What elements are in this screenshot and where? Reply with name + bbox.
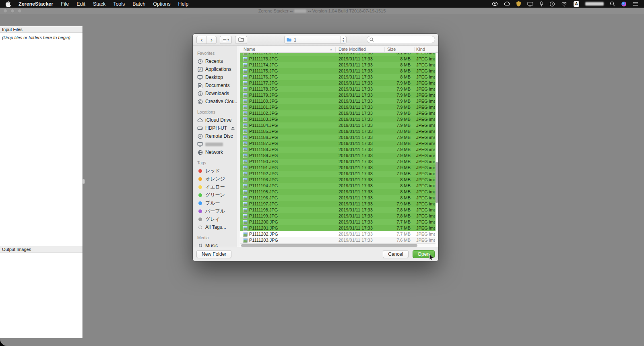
view-mode-button[interactable]: ☰ ▾ xyxy=(220,36,232,44)
menu-edit[interactable]: Edit xyxy=(76,1,85,7)
search-input[interactable] xyxy=(367,36,435,43)
zoom-button[interactable] xyxy=(18,9,22,13)
new-folder-button[interactable]: New Folder xyxy=(196,250,231,258)
file-row[interactable]: P1111201.JPG2019/01/11 17:337.7 MBJPEG i… xyxy=(240,225,436,231)
sidebar-item-[interactable]: グレイ xyxy=(193,215,240,223)
file-row[interactable]: P1111180.JPG2019/01/11 17:337.9 MBJPEG i… xyxy=(240,98,436,104)
menu-tools[interactable]: Tools xyxy=(113,1,125,7)
panel-splitter-handle[interactable] xyxy=(83,179,85,184)
sidebar-item-downloads[interactable]: Downloads xyxy=(193,89,240,97)
file-row[interactable]: P1111190.JPG2019/01/11 17:337.9 MBJPEG i… xyxy=(240,159,436,165)
file-row[interactable]: P1111173.JPG2019/01/11 17:338 MBJPEG ima… xyxy=(240,56,436,62)
file-row[interactable]: P1111200.JPG2019/01/11 17:337.7 MBJPEG i… xyxy=(240,219,436,225)
file-row[interactable]: P1111196.JPG2019/01/11 17:338 MBJPEG ima… xyxy=(240,195,436,201)
horizontal-scrollbar-thumb[interactable] xyxy=(241,244,417,247)
back-button[interactable]: ‹ xyxy=(197,36,206,44)
menu-file[interactable]: File xyxy=(61,1,69,7)
cancel-button[interactable]: Cancel xyxy=(383,250,408,258)
file-row[interactable]: P1111176.JPG2019/01/11 17:338 MBJPEG ima… xyxy=(240,74,436,80)
sidebar-item-desktop[interactable]: Desktop xyxy=(193,73,240,81)
mic-icon[interactable] xyxy=(539,1,543,7)
search-icon[interactable] xyxy=(610,1,615,6)
sidebar-item-[interactable]: パープル xyxy=(193,207,240,215)
display-icon[interactable] xyxy=(527,2,533,6)
sidebar-item-remote-disc[interactable]: Remote Disc xyxy=(193,132,240,140)
file-row[interactable]: P1111186.JPG2019/01/11 17:337.9 MBJPEG i… xyxy=(240,135,436,141)
folder-action-button[interactable] xyxy=(235,36,247,44)
folder-select-stepper[interactable]: ▲▼ xyxy=(340,36,346,43)
control-center-icon[interactable] xyxy=(633,2,638,6)
file-row[interactable]: P1111199.JPG2019/01/11 17:337.8 MBJPEG i… xyxy=(240,213,436,219)
sidebar-item-documents[interactable]: Documents xyxy=(193,81,240,89)
file-row[interactable]: P1111179.JPG2019/01/11 17:337.9 MBJPEG i… xyxy=(240,92,436,98)
forward-button[interactable]: › xyxy=(206,36,216,44)
column-header-date-modified[interactable]: Date Modified xyxy=(339,47,366,52)
sidebar-item-hdph-ut[interactable]: HDPH-UT xyxy=(193,124,240,132)
sidebar-item-icloud-drive[interactable]: iCloud Drive xyxy=(193,116,240,124)
file-row[interactable]: P1111189.JPG2019/01/11 17:337.9 MBJPEG i… xyxy=(240,153,436,159)
file-row[interactable]: P1111198.JPG2019/01/11 17:337.8 MBJPEG i… xyxy=(240,207,436,213)
eye-icon[interactable] xyxy=(492,2,498,6)
file-row[interactable]: P1111187.JPG2019/01/11 17:337.8 MBJPEG i… xyxy=(240,141,436,147)
sidebar-item-creative-clou[interactable]: Creative Clou... xyxy=(193,97,240,106)
minimize-button[interactable] xyxy=(10,9,14,13)
file-row[interactable]: P1111184.JPG2019/01/11 17:337.9 MBJPEG i… xyxy=(240,122,436,128)
sidebar-item-applications[interactable]: AApplications xyxy=(193,65,240,73)
menu-options[interactable]: Options xyxy=(153,1,170,7)
sidebar-item-[interactable]: イエロー xyxy=(193,183,240,191)
sidebar-item-network[interactable]: Network xyxy=(193,148,240,156)
shield-icon[interactable] xyxy=(516,1,521,7)
file-row[interactable]: P1111202.JPG2019/01/11 17:337.7 MBJPEG i… xyxy=(240,231,436,237)
sidebar-item-[interactable]: ブルー xyxy=(193,199,240,207)
menu-batch[interactable]: Batch xyxy=(132,1,145,7)
siri-icon[interactable] xyxy=(621,1,627,7)
file-name: P1111199.JPG xyxy=(249,213,278,219)
file-row[interactable]: P1111188.JPG2019/01/11 17:337.9 MBJPEG i… xyxy=(240,147,436,153)
sidebar-item-music[interactable]: Music xyxy=(193,242,240,247)
file-row[interactable]: P1111192.JPG2019/01/11 17:337.9 MBJPEG i… xyxy=(240,171,436,177)
sidebar-item-[interactable]: レッド xyxy=(193,167,240,175)
time-machine-icon[interactable] xyxy=(549,1,555,7)
column-header-kind[interactable]: Kind xyxy=(416,47,425,52)
file-row[interactable]: P1111172.JPG2019/01/11 17:338.1 MBJPEG i… xyxy=(240,53,436,56)
menu-stack[interactable]: Stack xyxy=(93,1,105,7)
file-row[interactable]: P1111183.JPG2019/01/11 17:337.9 MBJPEG i… xyxy=(240,116,436,122)
file-date-cell: 2019/01/11 17:33 xyxy=(339,135,373,141)
file-kind-cell: JPEG imag xyxy=(416,80,435,86)
column-header-size[interactable]: Size xyxy=(387,47,396,52)
horizontal-scrollbar[interactable] xyxy=(240,243,436,247)
sidebar-scrollbar[interactable] xyxy=(237,46,240,247)
current-folder-select[interactable]: 1 ▲▼ xyxy=(284,36,347,44)
column-header-name[interactable]: Name xyxy=(244,47,255,52)
file-row[interactable]: P1111182.JPG2019/01/11 17:337.9 MBJPEG i… xyxy=(240,110,436,116)
file-row[interactable]: P1111193.JPG2019/01/11 17:338 MBJPEG ima… xyxy=(240,177,436,183)
sidebar-item-[interactable]: オレンジ xyxy=(193,175,240,183)
menu-help[interactable]: Help xyxy=(178,1,188,7)
file-row[interactable]: P1111203.JPG2019/01/11 17:337.6 MBJPEG i… xyxy=(240,237,436,243)
menu-app-name[interactable]: ZereneStacker xyxy=(19,1,53,7)
file-row[interactable]: P1111181.JPG2019/01/11 17:337.9 MBJPEG i… xyxy=(240,104,436,110)
vertical-scrollbar-thumb[interactable] xyxy=(436,162,438,203)
file-row[interactable]: P1111178.JPG2019/01/11 17:337.9 MBJPEG i… xyxy=(240,86,436,92)
sidebar-item-all-tags[interactable]: All Tags... xyxy=(193,223,240,231)
creative-cloud-icon[interactable] xyxy=(504,2,510,6)
eject-icon[interactable] xyxy=(231,126,235,130)
file-row[interactable]: P1111177.JPG2019/01/11 17:337.9 MBJPEG i… xyxy=(240,80,436,86)
open-button[interactable]: Open xyxy=(413,250,435,258)
file-row[interactable]: P1111175.JPG2019/01/11 17:338 MBJPEG ima… xyxy=(240,68,436,74)
sidebar-item-redacted[interactable] xyxy=(193,140,240,148)
file-size-cell: 8 MB xyxy=(373,56,411,62)
input-source-icon[interactable]: A xyxy=(574,1,579,7)
apple-menu-icon[interactable] xyxy=(6,1,11,7)
file-row[interactable]: P1111174.JPG2019/01/11 17:338 MBJPEG ima… xyxy=(240,62,436,68)
redacted-user[interactable] xyxy=(585,2,604,6)
file-row[interactable]: P1111185.JPG2019/01/11 17:337.8 MBJPEG i… xyxy=(240,128,436,135)
file-row[interactable]: P1111191.JPG2019/01/11 17:337.9 MBJPEG i… xyxy=(240,165,436,171)
close-button[interactable] xyxy=(3,9,7,13)
file-row[interactable]: P1111194.JPG2019/01/11 17:338 MBJPEG ima… xyxy=(240,183,436,189)
sidebar-item-recents[interactable]: Recents xyxy=(193,57,240,65)
wifi-icon[interactable] xyxy=(561,2,568,6)
file-row[interactable]: P1111195.JPG2019/01/11 17:338 MBJPEG ima… xyxy=(240,189,436,195)
file-row[interactable]: P1111197.JPG2019/01/11 17:337.9 MBJPEG i… xyxy=(240,201,436,207)
sidebar-item-[interactable]: グリーン xyxy=(193,191,240,199)
